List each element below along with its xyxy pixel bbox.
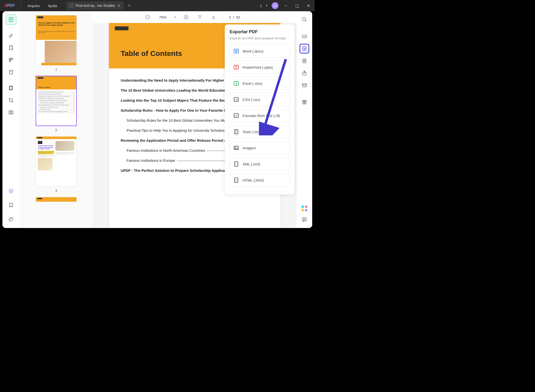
export-panel: Exportar PDF Exporte seu PDF para qualqu… xyxy=(225,24,295,195)
page-down-button[interactable] xyxy=(196,13,204,21)
menu-file[interactable]: Arquivo xyxy=(24,2,44,9)
form-icon xyxy=(8,69,14,75)
thumbnail-4[interactable] xyxy=(36,197,77,202)
divider xyxy=(302,28,307,28)
format-label: Imagem xyxy=(243,146,256,150)
export-option-imagem[interactable]: Imagem xyxy=(230,141,290,154)
format-icon: CSV xyxy=(233,97,239,102)
compare-tool-button[interactable] xyxy=(6,107,16,118)
save-icon xyxy=(302,99,307,105)
chevron-up-bar-icon xyxy=(211,15,216,19)
edit-tool-button[interactable] xyxy=(6,42,16,53)
export-file-icon xyxy=(302,46,307,51)
window-close-button[interactable]: ✕ xyxy=(304,2,312,9)
thumbnail-2[interactable]: Table of Contents Understanding the Need… xyxy=(36,76,77,126)
export-option-xml[interactable]: </>XML (.xml) xyxy=(230,157,290,171)
organize-tool-button[interactable] xyxy=(6,54,16,65)
toc-text: Famous Institutions in Europe xyxy=(127,158,175,163)
email-button[interactable] xyxy=(300,80,309,90)
menu-help[interactable]: Ajuda xyxy=(44,2,61,9)
ocr-icon: OCR xyxy=(302,34,307,39)
window-maximize-button[interactable]: ▢ xyxy=(293,2,301,9)
export-option-csv[interactable]: CSVCSV (.csv) xyxy=(230,93,290,106)
share-icon xyxy=(302,70,307,76)
bookmark-button[interactable] xyxy=(6,200,16,210)
thumbnail-1[interactable]: Find and Apply For the Best Institutes I… xyxy=(36,15,77,65)
export-panel-subtitle: Exporte seu PDF para qualquer formato xyxy=(230,36,290,40)
svg-text:X: X xyxy=(235,82,237,85)
edit-page-icon xyxy=(8,45,14,50)
tab-close-button[interactable]: ✕ xyxy=(117,3,120,8)
svg-rect-8 xyxy=(10,70,13,74)
bookmark-icon xyxy=(8,202,14,208)
ocr-button[interactable]: OCR xyxy=(300,32,309,41)
export-option-word[interactable]: WWord (.docx) xyxy=(230,44,290,58)
zoom-in-button[interactable] xyxy=(182,13,190,21)
highlighter-icon xyxy=(8,33,14,38)
export-option-formato[interactable]: RTFFormato Rich Text (.rtf) xyxy=(230,109,290,122)
format-label: Excel (.xlsx) xyxy=(243,81,262,86)
protect-button[interactable] xyxy=(300,56,309,66)
svg-text:CSV: CSV xyxy=(235,99,238,100)
search-button[interactable] xyxy=(300,15,309,24)
page-number-input[interactable]: 2 / 32 xyxy=(223,13,246,21)
thumbnail-3[interactable]: 01 Understanding the Need to Apply Inter… xyxy=(36,136,77,187)
svg-text:P: P xyxy=(235,66,237,69)
page-up-button[interactable] xyxy=(210,13,217,21)
thumbnail-panel[interactable]: Find and Apply For the Best Institutes I… xyxy=(20,11,93,228)
pages-icon xyxy=(8,57,14,63)
divider xyxy=(302,94,307,94)
window-minimize-button[interactable]: ─ xyxy=(282,2,290,9)
toc-text: Understanding the Need to Apply Internat… xyxy=(121,78,238,82)
export-option-html[interactable]: HHTML (.html) xyxy=(230,174,290,187)
format-icon xyxy=(233,129,239,135)
right-sidebar: OCR xyxy=(297,11,312,228)
left-sidebar xyxy=(2,11,20,228)
crop-tool-button[interactable] xyxy=(6,95,16,106)
comment-tool-button[interactable] xyxy=(6,30,16,41)
svg-text:RTF: RTF xyxy=(235,115,238,117)
svg-text:W: W xyxy=(235,50,237,53)
share-button[interactable] xyxy=(300,68,309,78)
svg-rect-7 xyxy=(9,60,11,62)
export-option-texto[interactable]: Texto (.txt) xyxy=(230,125,290,138)
minus-circle-icon xyxy=(145,15,150,20)
view-toolbar: 75% ▼ 2 / 32 xyxy=(93,11,297,23)
tab-title: Find-and-Ap...her-Studies xyxy=(76,4,115,8)
format-label: HTML (.html) xyxy=(243,178,264,182)
format-label: Texto (.txt) xyxy=(243,130,260,134)
export-option-powerpoint[interactable]: PPowerPoint (.pptx) xyxy=(230,61,290,74)
svg-text:</>: </> xyxy=(235,163,237,165)
save-button[interactable] xyxy=(300,97,309,107)
attachment-button[interactable] xyxy=(6,214,16,225)
format-icon: P xyxy=(233,64,239,70)
export-panel-title: Exportar PDF xyxy=(230,29,290,34)
layers-icon xyxy=(8,188,14,194)
stack-icon xyxy=(8,85,14,91)
chevron-down-icon[interactable]: ▼ xyxy=(265,4,268,7)
layers-button[interactable] xyxy=(6,185,16,196)
ai-assistant-button[interactable] xyxy=(301,206,307,211)
user-avatar[interactable]: U xyxy=(272,2,278,9)
compare-icon xyxy=(8,110,14,115)
reader-mode-button[interactable] xyxy=(6,14,16,25)
mail-icon xyxy=(302,83,307,88)
comment-panel-button[interactable] xyxy=(300,215,309,225)
paperclip-icon xyxy=(8,217,14,222)
export-button[interactable] xyxy=(300,44,309,54)
document-tab[interactable]: Find-and-Ap...her-Studies ✕ xyxy=(66,1,124,10)
document-tab-icon xyxy=(69,4,73,8)
export-option-excel[interactable]: XExcel (.xlsx) xyxy=(230,77,290,90)
format-icon xyxy=(233,145,239,151)
format-icon: RTF xyxy=(233,113,239,119)
zoom-dropdown[interactable]: ▼ xyxy=(174,16,176,19)
form-tool-button[interactable] xyxy=(6,67,16,77)
pages-panel-button[interactable] xyxy=(6,83,16,93)
zoom-out-button[interactable] xyxy=(144,13,151,21)
toc-text: Famous Institutions in North American Co… xyxy=(127,148,205,152)
lock-file-icon xyxy=(302,58,307,64)
new-tab-button[interactable]: + xyxy=(128,3,131,9)
zoom-value: 75% xyxy=(157,15,168,19)
svg-point-32 xyxy=(304,102,305,103)
svg-rect-28 xyxy=(304,61,305,62)
